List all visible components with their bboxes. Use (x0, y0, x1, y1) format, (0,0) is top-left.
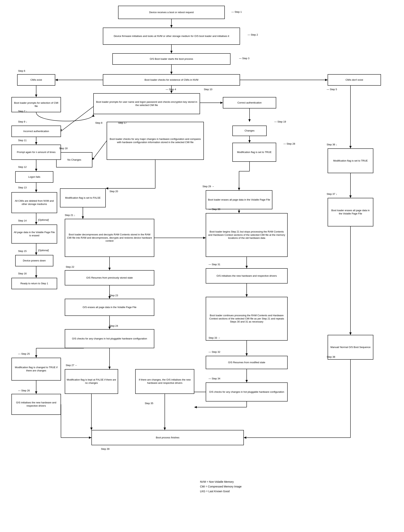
step25-label: — Step 25 (18, 352, 30, 355)
step23-label: Step 23 (110, 294, 118, 297)
box-mod-true-19: Modification flag is set to TRUE (232, 143, 276, 162)
svg-marker-14 (170, 91, 173, 93)
box-if-changes-init: If there are changes, the O/S initialise… (135, 369, 194, 394)
step34-label: — Step 34 (209, 377, 220, 380)
svg-marker-35 (35, 222, 37, 225)
legend-nvm: NVM = Non-Volatile Memory (200, 480, 241, 484)
step21-label: Step 21 ↓ (65, 214, 75, 216)
box-erase-vpf-29: Boot loader erases all page data in the … (206, 190, 272, 209)
step9-label: Step 9 ↓ (18, 120, 27, 123)
box-os-resumes-32: O/S Resumes from modified state (206, 356, 288, 369)
box-mod-false: Modification flag is set to FALSE (60, 188, 106, 207)
svg-marker-12 (92, 114, 94, 117)
svg-marker-37 (35, 253, 37, 255)
box-decompress: Boot loader decompresses and decrypts RA… (65, 219, 154, 257)
svg-marker-91 (35, 355, 37, 358)
box-mod-flag-true-25: Modification flag is changed to TRUE if … (11, 358, 61, 380)
step17-label: Step 17 (118, 121, 127, 124)
step29-label: Step 29 → (202, 185, 214, 188)
box-cmis-not-exist: CMIs don't exist (328, 74, 381, 86)
box-os-checks-hot-24: O/S checks for any changes in hot plugga… (65, 329, 154, 348)
svg-marker-1 (170, 25, 173, 28)
step31-label: — Step 31 (209, 263, 220, 266)
box-step4: Boot loader checks for existence of CMIs… (103, 74, 240, 86)
box-device-powers: Device powers down (15, 255, 53, 266)
step16-label: Step 16 (18, 272, 27, 275)
svg-marker-16 (220, 101, 223, 104)
svg-marker-43 (108, 268, 111, 270)
svg-marker-69 (246, 380, 248, 382)
svg-marker-78 (349, 195, 352, 198)
svg-marker-83 (244, 437, 246, 439)
box-correct-auth: Correct authentication (223, 97, 276, 108)
step35-label: Step 35 (145, 402, 153, 405)
box-ready-return: Ready to return to Step 1 (11, 278, 57, 289)
box-os-checks-hot-34: O/S checks for any changes in hot plugga… (206, 382, 288, 401)
step30-label: — Step 30 (209, 208, 220, 211)
svg-marker-93 (164, 428, 166, 430)
box-os-init-hw-26: O/S initialises the new hardware and res… (11, 394, 61, 415)
svg-marker-67 (246, 353, 248, 356)
box-prompt-again: Prompt again for n amount of times (11, 145, 61, 160)
box-all-cmi-deleted: All CMIs are deleted from NVM and other … (11, 192, 57, 213)
svg-marker-53 (164, 428, 166, 430)
box-os-resumes-22: O/S Resumes from previously stored state (65, 270, 154, 285)
box-mod-flag-true-36: Modification flag is set to TRUE (328, 148, 373, 173)
step28-label: — Step 28 (283, 142, 295, 145)
svg-marker-51 (90, 428, 92, 430)
legend-lkg: LKG = Last Known Good (200, 489, 241, 494)
box-boot-continues: Boot loader continues processing the RAM… (206, 297, 288, 341)
step24-label: Step 24 (110, 324, 118, 327)
step22-label: Step 22 (66, 266, 74, 268)
box-erase-vpf-37: Boot loader erases all page data in the … (328, 198, 373, 226)
step11-label: Step 11 (18, 139, 27, 142)
step12-label: Step 12 (18, 165, 27, 168)
svg-marker-61 (203, 237, 206, 239)
step13-label: Step 13 (18, 186, 27, 189)
step38-label: Step 38 (327, 355, 335, 358)
svg-marker-88 (35, 391, 37, 394)
svg-marker-39 (35, 275, 37, 278)
step2-label: — Step 2 (248, 33, 258, 36)
step6-label: Step 6 (18, 70, 25, 72)
box-step3: O/S Boot loader starts the boot process (112, 53, 230, 65)
box-changes: Changes (232, 126, 267, 136)
svg-marker-31 (35, 169, 37, 171)
svg-marker-20 (248, 140, 251, 143)
box-step1: Device receives a boot or reboot request (118, 6, 225, 19)
svg-marker-33 (35, 190, 37, 192)
step14-optional: [Optional] (38, 218, 49, 221)
box-step17-check: Boot loader checks for any major changes… (107, 122, 204, 160)
step39-label: Step 39 (101, 448, 110, 450)
svg-marker-9 (325, 79, 328, 81)
step14-label: Step 14 (18, 219, 27, 222)
svg-marker-86 (89, 437, 91, 439)
legend: NVM = Non-Volatile Memory CMI = Compress… (200, 480, 241, 494)
step3-label: — Step 3 (239, 57, 249, 60)
step15-label: Step 15 (18, 250, 27, 253)
box-logon-fails: Logon fails (15, 171, 53, 183)
svg-marker-76 (349, 146, 352, 148)
svg-marker-29 (35, 142, 37, 145)
svg-marker-57 (238, 188, 240, 190)
diagram-container: Device receives a boot or reboot request… (0, 0, 404, 532)
box-incorrect-auth: Incorrect authentication (11, 126, 61, 137)
svg-line-26 (61, 107, 93, 131)
box-boot-finishes: Boot process finishes (91, 430, 244, 445)
svg-marker-18 (248, 119, 251, 122)
svg-marker-5 (170, 72, 173, 74)
step15-optional: [Optional] (38, 249, 49, 252)
step10-label: Step 10 (204, 88, 212, 91)
step20-label: Step 20 (110, 190, 118, 193)
step27-label: Step 27 ← (66, 364, 77, 367)
svg-marker-3 (170, 51, 173, 53)
svg-marker-65 (246, 294, 248, 297)
step7-label: Step 7 ↓ (18, 110, 27, 113)
svg-marker-49 (108, 367, 111, 369)
svg-marker-59 (238, 211, 240, 213)
svg-marker-80 (349, 332, 352, 335)
box-step2: Device firmware initialises and looks at… (103, 28, 240, 45)
svg-marker-11 (35, 95, 37, 97)
step19-label: — Step 19 (274, 120, 286, 123)
step4-label: — Step 4 (166, 88, 176, 91)
